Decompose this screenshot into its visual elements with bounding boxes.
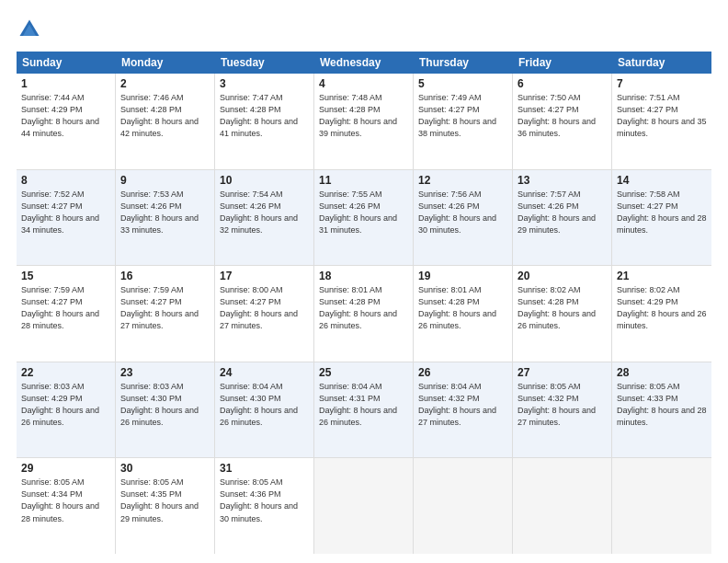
cell-info: Sunrise: 7:53 AMSunset: 4:26 PMDaylight:… [120,189,210,236]
day-number: 19 [418,270,507,282]
day-number: 31 [220,462,309,475]
calendar-week-row: 1Sunrise: 7:44 AMSunset: 4:29 PMDaylight… [17,74,711,170]
calendar-cell: 14Sunrise: 7:58 AMSunset: 4:27 PMDayligh… [612,170,711,266]
day-number: 30 [120,462,210,475]
header [17,17,711,42]
calendar-cell-empty [414,458,513,554]
day-number: 10 [220,174,309,187]
day-number: 23 [120,366,210,379]
day-number: 11 [319,174,408,187]
day-number: 25 [319,366,408,379]
cell-info: Sunrise: 8:02 AMSunset: 4:28 PMDaylight:… [518,284,607,332]
calendar-cell: 5Sunrise: 7:49 AMSunset: 4:27 PMDaylight… [414,74,513,169]
calendar-header-cell: Monday [116,52,215,74]
cell-info: Sunrise: 8:04 AMSunset: 4:31 PMDaylight:… [319,381,408,429]
day-number: 12 [418,174,507,187]
calendar-cell: 23Sunrise: 8:03 AMSunset: 4:30 PMDayligh… [116,362,215,458]
day-number: 22 [21,366,110,379]
calendar-cell: 26Sunrise: 8:04 AMSunset: 4:32 PMDayligh… [414,362,513,458]
calendar-cell: 22Sunrise: 8:03 AMSunset: 4:29 PMDayligh… [17,362,116,458]
cell-info: Sunrise: 8:05 AMSunset: 4:33 PMDaylight:… [617,381,707,429]
cell-info: Sunrise: 8:01 AMSunset: 4:28 PMDaylight:… [418,284,507,332]
calendar-cell: 27Sunrise: 8:05 AMSunset: 4:32 PMDayligh… [513,362,612,458]
calendar-cell: 4Sunrise: 7:48 AMSunset: 4:28 PMDaylight… [314,74,414,169]
page: SundayMondayTuesdayWednesdayThursdayFrid… [0,0,728,563]
day-number: 3 [220,77,309,90]
logo-icon [17,17,42,42]
calendar-cell: 24Sunrise: 8:04 AMSunset: 4:30 PMDayligh… [215,362,314,458]
day-number: 14 [617,174,707,187]
calendar-cell: 21Sunrise: 8:02 AMSunset: 4:29 PMDayligh… [612,266,711,362]
cell-info: Sunrise: 8:00 AMSunset: 4:27 PMDaylight:… [220,284,309,332]
cell-info: Sunrise: 7:59 AMSunset: 4:27 PMDaylight:… [21,284,110,332]
cell-info: Sunrise: 7:56 AMSunset: 4:26 PMDaylight:… [418,189,507,236]
cell-info: Sunrise: 8:01 AMSunset: 4:28 PMDaylight:… [319,284,408,332]
day-number: 17 [220,270,309,282]
calendar-cell: 7Sunrise: 7:51 AMSunset: 4:27 PMDaylight… [612,74,711,169]
calendar-header-cell: Sunday [17,52,116,74]
calendar-header-cell: Friday [513,52,612,74]
cell-info: Sunrise: 7:54 AMSunset: 4:26 PMDaylight:… [220,189,309,236]
cell-info: Sunrise: 8:02 AMSunset: 4:29 PMDaylight:… [617,284,707,332]
day-number: 8 [21,174,110,187]
day-number: 6 [518,77,607,90]
calendar-cell: 30Sunrise: 8:05 AMSunset: 4:35 PMDayligh… [116,458,215,554]
cell-info: Sunrise: 7:50 AMSunset: 4:27 PMDaylight:… [518,92,607,140]
cell-info: Sunrise: 7:47 AMSunset: 4:28 PMDaylight:… [220,92,309,140]
calendar-cell: 15Sunrise: 7:59 AMSunset: 4:27 PMDayligh… [17,266,116,362]
calendar-cell: 29Sunrise: 8:05 AMSunset: 4:34 PMDayligh… [17,458,116,554]
cell-info: Sunrise: 7:59 AMSunset: 4:27 PMDaylight:… [120,284,210,332]
calendar-cell: 17Sunrise: 8:00 AMSunset: 4:27 PMDayligh… [215,266,314,362]
cell-info: Sunrise: 8:05 AMSunset: 4:32 PMDaylight:… [518,381,607,429]
day-number: 15 [21,270,110,282]
day-number: 9 [120,174,210,187]
calendar-cell: 6Sunrise: 7:50 AMSunset: 4:27 PMDaylight… [513,74,612,169]
calendar-cell: 20Sunrise: 8:02 AMSunset: 4:28 PMDayligh… [513,266,612,362]
calendar-cell: 11Sunrise: 7:55 AMSunset: 4:26 PMDayligh… [314,170,414,266]
day-number: 20 [518,270,607,282]
day-number: 18 [319,270,408,282]
calendar-cell-empty [612,458,711,554]
cell-info: Sunrise: 7:46 AMSunset: 4:28 PMDaylight:… [120,92,210,140]
cell-info: Sunrise: 8:04 AMSunset: 4:30 PMDaylight:… [220,381,309,429]
day-number: 2 [120,77,210,90]
day-number: 5 [418,77,507,90]
cell-info: Sunrise: 7:48 AMSunset: 4:28 PMDaylight:… [319,92,408,140]
calendar-header-row: SundayMondayTuesdayWednesdayThursdayFrid… [17,52,711,74]
day-number: 26 [418,366,507,379]
calendar-header-cell: Tuesday [215,52,314,74]
calendar-cell: 13Sunrise: 7:57 AMSunset: 4:26 PMDayligh… [513,170,612,266]
calendar-week-row: 8Sunrise: 7:52 AMSunset: 4:27 PMDaylight… [17,170,711,267]
logo [17,17,46,42]
day-number: 27 [518,366,607,379]
calendar-cell: 19Sunrise: 8:01 AMSunset: 4:28 PMDayligh… [414,266,513,362]
calendar: SundayMondayTuesdayWednesdayThursdayFrid… [17,52,711,554]
calendar-cell: 1Sunrise: 7:44 AMSunset: 4:29 PMDaylight… [17,74,116,169]
calendar-header-cell: Thursday [414,52,513,74]
calendar-cell: 16Sunrise: 7:59 AMSunset: 4:27 PMDayligh… [116,266,215,362]
cell-info: Sunrise: 7:57 AMSunset: 4:26 PMDaylight:… [518,189,607,236]
calendar-cell-empty [314,458,414,554]
calendar-cell: 9Sunrise: 7:53 AMSunset: 4:26 PMDaylight… [116,170,215,266]
calendar-cell: 12Sunrise: 7:56 AMSunset: 4:26 PMDayligh… [414,170,513,266]
calendar-cell: 25Sunrise: 8:04 AMSunset: 4:31 PMDayligh… [314,362,414,458]
day-number: 21 [617,270,707,282]
day-number: 16 [120,270,210,282]
cell-info: Sunrise: 7:52 AMSunset: 4:27 PMDaylight:… [21,189,110,236]
cell-info: Sunrise: 7:49 AMSunset: 4:27 PMDaylight:… [418,92,507,140]
cell-info: Sunrise: 8:05 AMSunset: 4:34 PMDaylight:… [21,477,110,524]
calendar-week-row: 29Sunrise: 8:05 AMSunset: 4:34 PMDayligh… [17,458,711,554]
calendar-cell: 31Sunrise: 8:05 AMSunset: 4:36 PMDayligh… [215,458,314,554]
cell-info: Sunrise: 7:55 AMSunset: 4:26 PMDaylight:… [319,189,408,236]
day-number: 4 [319,77,408,90]
cell-info: Sunrise: 7:58 AMSunset: 4:27 PMDaylight:… [617,189,707,236]
calendar-cell: 18Sunrise: 8:01 AMSunset: 4:28 PMDayligh… [314,266,414,362]
calendar-header-cell: Saturday [612,52,711,74]
day-number: 28 [617,366,707,379]
day-number: 24 [220,366,309,379]
cell-info: Sunrise: 8:05 AMSunset: 4:35 PMDaylight:… [120,477,210,524]
calendar-cell: 8Sunrise: 7:52 AMSunset: 4:27 PMDaylight… [17,170,116,266]
day-number: 29 [21,462,110,475]
calendar-cell: 2Sunrise: 7:46 AMSunset: 4:28 PMDaylight… [116,74,215,169]
calendar-cell-empty [513,458,612,554]
